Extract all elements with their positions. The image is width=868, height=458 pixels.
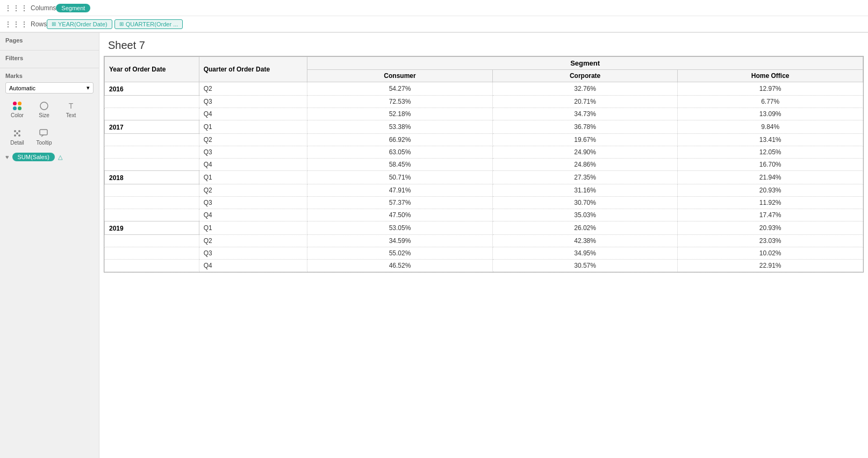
table-row: Q234.59%42.38%23.03% [105, 235, 863, 247]
corporate-value: 31.16% [492, 184, 678, 197]
table-row: Q355.02%34.95%10.02% [105, 247, 863, 260]
svg-point-4 [18, 134, 20, 137]
quarter-cell: Q2 [199, 184, 307, 197]
year-cell [105, 235, 199, 247]
year-cell [105, 260, 199, 272]
quarter-pill[interactable]: ⊞ QUARTER(Order ... [114, 19, 183, 29]
year-cell [105, 197, 199, 209]
consumer-value: 53.38% [307, 120, 493, 134]
corporate-value: 24.86% [492, 159, 678, 171]
marks-title: Marks [5, 73, 94, 79]
table-row: Q357.37%30.70%11.92% [105, 197, 863, 209]
svg-point-2 [18, 130, 20, 132]
consumer-value: 72.53% [307, 96, 493, 108]
marks-type-dropdown[interactable]: Automatic ▾ [5, 82, 94, 94]
text-icon: T [66, 101, 76, 111]
columns-icon: ⋮⋮⋮ [4, 4, 28, 12]
quarter-cell: Q2 [199, 82, 307, 96]
sum-sales-icon: ♥ [5, 154, 9, 160]
corporate-value: 34.95% [492, 247, 678, 260]
corporate-value: 35.03% [492, 209, 678, 221]
consumer-value: 57.37% [307, 197, 493, 209]
year-cell [105, 134, 199, 146]
year-cell [105, 96, 199, 108]
rows-icon: ⋮⋮⋮ [4, 20, 28, 28]
detail-button[interactable]: Detail [5, 125, 29, 148]
corporate-value: 26.02% [492, 221, 678, 235]
table-row: Q363.05%24.90%12.05% [105, 146, 863, 159]
dropdown-arrow-icon: ▾ [87, 84, 90, 91]
rows-bar: ⋮⋮⋮ Rows ⊞ YEAR(Order Date) ⊞ QUARTER(Or… [0, 16, 868, 32]
corporate-value: 30.70% [492, 197, 678, 209]
pages-section: Pages [0, 33, 99, 51]
columns-label: ⋮⋮⋮ Columns [4, 4, 56, 12]
corporate-value: 36.78% [492, 120, 678, 134]
year-cell: 2016 [105, 82, 199, 96]
table-row: 2017Q153.38%36.78%9.84% [105, 120, 863, 134]
consumer-value: 55.02% [307, 247, 493, 260]
consumer-value: 54.27% [307, 82, 493, 96]
data-table: Year of Order Date Quarter of Order Date… [104, 56, 863, 272]
year-cell: 2019 [105, 221, 199, 235]
home_office-value: 20.93% [678, 221, 863, 235]
size-icon [39, 101, 49, 111]
table-row: Q447.50%35.03%17.47% [105, 209, 863, 221]
quarter-cell: Q4 [199, 108, 307, 120]
consumer-value: 46.52% [307, 260, 493, 272]
table-container: Year of Order Date Quarter of Order Date… [104, 56, 864, 273]
quarter-cell: Q2 [199, 235, 307, 247]
svg-rect-6 [40, 130, 47, 135]
columns-bar: ⋮⋮⋮ Columns Segment [0, 0, 868, 16]
consumer-value: 47.50% [307, 209, 493, 221]
color-icon [12, 101, 23, 111]
sheet-title: Sheet 7 [99, 33, 868, 56]
year-pill[interactable]: ⊞ YEAR(Order Date) [47, 19, 112, 29]
filters-section: Filters [0, 51, 99, 68]
quarter-pill-icon: ⊞ [119, 21, 124, 27]
table-row: Q372.53%20.71%6.77% [105, 96, 863, 108]
tooltip-icon [39, 128, 49, 139]
table-row: Q458.45%24.86%16.70% [105, 159, 863, 171]
col-home-office: Home Office [678, 70, 863, 82]
consumer-value: 66.92% [307, 134, 493, 146]
consumer-value: 50.71% [307, 171, 493, 184]
marks-row2: Detail Tooltip [5, 125, 94, 148]
home_office-value: 21.94% [678, 171, 863, 184]
table-row: 2018Q150.71%27.35%21.94% [105, 171, 863, 184]
consumer-value: 63.05% [307, 146, 493, 159]
consumer-value: 47.91% [307, 184, 493, 197]
home_office-value: 12.97% [678, 82, 863, 96]
size-button[interactable]: Size [32, 98, 56, 121]
corporate-value: 27.35% [492, 171, 678, 184]
home_office-value: 20.93% [678, 184, 863, 197]
home_office-value: 11.92% [678, 197, 863, 209]
pages-title: Pages [5, 37, 94, 44]
table-row: Q266.92%19.67%13.41% [105, 134, 863, 146]
dot-blue [13, 106, 17, 110]
quarter-cell: Q3 [199, 96, 307, 108]
col-corporate: Corporate [492, 70, 678, 82]
color-button[interactable]: Color [5, 98, 29, 121]
marks-icon-row: Color Size T Text [5, 98, 94, 121]
table-row: Q446.52%30.57%22.91% [105, 260, 863, 272]
year-cell: 2018 [105, 171, 199, 184]
home_office-value: 23.03% [678, 235, 863, 247]
dot-orange [18, 102, 21, 105]
year-cell [105, 159, 199, 171]
quarter-cell: Q2 [199, 134, 307, 146]
year-cell [105, 108, 199, 120]
table-row: Q247.91%31.16%20.93% [105, 184, 863, 197]
corporate-value: 34.73% [492, 108, 678, 120]
home_office-value: 6.77% [678, 96, 863, 108]
sum-sales-pill[interactable]: SUM(Sales) [12, 153, 55, 161]
home_office-value: 17.47% [678, 209, 863, 221]
quarter-cell: Q4 [199, 209, 307, 221]
consumer-value: 34.59% [307, 235, 493, 247]
sidebar: Pages Filters Marks Automatic ▾ [0, 33, 99, 458]
tooltip-button[interactable]: Tooltip [32, 125, 56, 148]
segment-pill[interactable]: Segment [56, 4, 90, 12]
col-header-year: Year of Order Date [105, 57, 199, 82]
home_office-value: 12.05% [678, 146, 863, 159]
text-button[interactable]: T Text [59, 98, 83, 121]
quarter-cell: Q3 [199, 146, 307, 159]
